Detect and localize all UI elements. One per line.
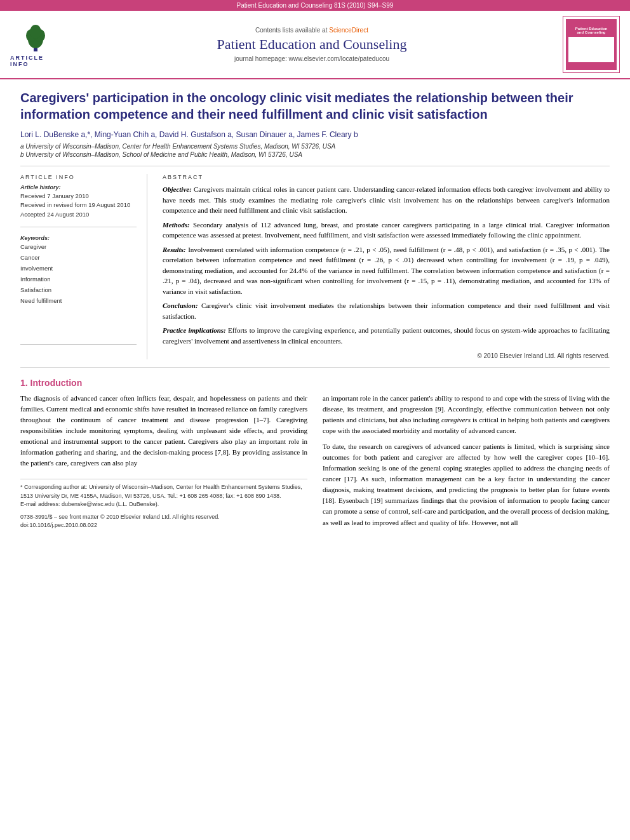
journal-title: Patient Education and Counseling [61, 36, 563, 53]
history-section: Article history: Received 7 January 2010… [20, 184, 137, 219]
conclusion-text: Caregiver's clinic visit involvement med… [163, 302, 610, 320]
journal-logo-box: Patient Education and Counseling [563, 16, 620, 73]
author-list: Lori L. DuBenske a,*, Ming-Yuan Chih a, … [20, 130, 358, 139]
methods-label: Methods: [163, 221, 190, 229]
keywords-list: Caregiver Cancer Involvement Information… [20, 241, 137, 307]
journal-header-center: Contents lists available at ScienceDirec… [61, 27, 563, 62]
footnote-email: E-mail address: dubenske@wisc.edu (L.L. … [20, 500, 307, 509]
abstract-results: Results: Involvement correlated with inf… [163, 244, 610, 297]
abstract-column: ABSTRACT Objective: Caregivers maintain … [163, 174, 610, 359]
abstract-conclusion: Conclusion: Caregiver's clinic visit inv… [163, 300, 610, 321]
keyword-involvement: Involvement [20, 263, 137, 274]
keywords-label: Keywords: [20, 235, 137, 241]
revised-date: Received in revised form 19 August 2010 [20, 201, 137, 210]
article-info-abstract: ARTICLE INFO Article history: Received 7… [20, 174, 610, 359]
intro-left-text: The diagnosis of advanced cancer often i… [20, 393, 307, 469]
abstract-practice: Practice implications: Efforts to improv… [163, 325, 610, 346]
methods-text: Secondary analysis of 112 advanced lung,… [163, 221, 610, 239]
footnote-issn: 0738-3991/$ – see front matter © 2010 El… [20, 513, 307, 522]
keywords-section: Keywords: Caregiver Cancer Involvement I… [20, 235, 137, 307]
article-title: Caregivers' participation in the oncolog… [20, 90, 610, 123]
abstract-label: ABSTRACT [163, 174, 610, 180]
affiliation-2: b University of Wisconsin–Madison, Schoo… [20, 151, 610, 158]
divider-keywords [20, 227, 137, 227]
keyword-caregiver: Caregiver [20, 241, 137, 252]
abstract-text: Objective: Caregivers maintain critical … [163, 184, 610, 346]
caregivers-italic: caregivers [441, 416, 471, 423]
abstract-methods: Methods: Secondary analysis of 112 advan… [163, 220, 610, 241]
keyword-satisfaction: Satisfaction [20, 284, 137, 295]
article-info-column: ARTICLE INFO Article history: Received 7… [20, 174, 147, 359]
divider-2 [20, 367, 610, 368]
keyword-need-fulfillment: Need fulfillment [20, 295, 137, 306]
accepted-date: Accepted 24 August 2010 [20, 210, 137, 219]
intro-right-col: an important role in the cancer patient'… [323, 393, 610, 533]
intro-left-col: The diagnosis of advanced cancer often i… [20, 393, 307, 533]
journal-homepage: journal homepage: www.elsevier.com/locat… [61, 55, 563, 62]
footnote-corresponding: * Corresponding author at: University of… [20, 483, 307, 500]
top-bar: Patient Education and Counseling 81S (20… [0, 0, 630, 11]
main-content: Caregivers' participation in the oncolog… [0, 79, 630, 543]
intro-right-text: an important role in the cancer patient'… [323, 393, 610, 436]
journal-header: ARTICLE INFO Contents lists available at… [0, 11, 630, 79]
keyword-information: Information [20, 274, 137, 284]
abstract-objective: Objective: Caregivers maintain critical … [163, 184, 610, 216]
intro-heading: 1. Introduction [20, 378, 610, 388]
elsevier-tree-icon [20, 22, 51, 53]
divider-bottom-left [20, 344, 137, 345]
practice-text: Efforts to improve the caregiving experi… [163, 326, 610, 345]
results-text: Involvement correlated with information … [163, 246, 610, 295]
logo-line2: and Counseling [568, 30, 614, 34]
article-info-label: ARTICLE INFO [20, 174, 137, 180]
keyword-cancer: Cancer [20, 252, 137, 263]
contents-available: Contents lists available at ScienceDirec… [61, 27, 563, 34]
journal-citation: Patient Education and Counseling 81S (20… [237, 2, 394, 9]
divider-1 [20, 166, 610, 166]
sciencedirect-link[interactable]: ScienceDirect [329, 27, 368, 34]
authors: Lori L. DuBenske a,*, Ming-Yuan Chih a, … [20, 130, 610, 139]
objective-text: Caregivers maintain critical roles in ca… [163, 185, 610, 214]
history-label: Article history: [20, 184, 137, 190]
objective-label: Objective: [163, 185, 192, 193]
intro-right-para2: To date, the research on caregivers of a… [323, 441, 610, 528]
intro-body: The diagnosis of advanced cancer often i… [20, 393, 610, 533]
logo-image-placeholder [568, 37, 614, 62]
received-date: Received 7 January 2010 [20, 192, 137, 201]
elsevier-label: ARTICLE INFO [10, 55, 61, 67]
results-label: Results: [163, 246, 186, 253]
svg-point-4 [30, 25, 41, 39]
footnote-doi: doi:10.1016/j.pec.2010.08.022 [20, 521, 307, 530]
affiliation-1: a University of Wisconsin–Madison, Cente… [20, 143, 610, 150]
conclusion-label: Conclusion: [163, 302, 198, 309]
footnote-area: * Corresponding author at: University of… [20, 479, 307, 530]
journal-logo-inner: Patient Education and Counseling [566, 19, 617, 70]
elsevier-logo: ARTICLE INFO [10, 22, 61, 67]
practice-label: Practice implications: [163, 326, 226, 334]
copyright: © 2010 Elsevier Ireland Ltd. All rights … [163, 352, 610, 359]
